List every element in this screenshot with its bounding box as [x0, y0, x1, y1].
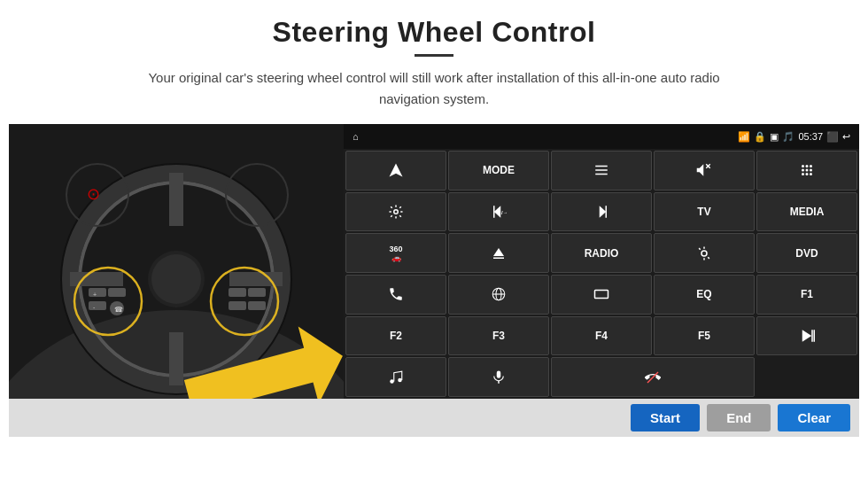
- btn-music[interactable]: [345, 357, 446, 397]
- svg-rect-15: [89, 301, 106, 310]
- svg-point-51: [701, 251, 707, 256]
- btn-eq[interactable]: EQ: [654, 275, 755, 315]
- btn-f3[interactable]: F3: [448, 316, 549, 356]
- btn-hangup[interactable]: [551, 357, 755, 397]
- svg-rect-23: [248, 301, 266, 310]
- svg-marker-60: [802, 330, 812, 342]
- svg-marker-31: [697, 165, 704, 177]
- page-title: Steering Wheel Control: [273, 16, 596, 49]
- btn-internet[interactable]: [448, 275, 549, 315]
- svg-rect-61: [811, 330, 813, 342]
- svg-marker-44: [494, 206, 501, 218]
- btn-mic[interactable]: [448, 357, 549, 397]
- clear-button[interactable]: Clear: [778, 404, 850, 431]
- svg-point-41: [806, 173, 809, 175]
- svg-rect-28: [595, 166, 608, 167]
- svg-rect-30: [595, 174, 608, 175]
- svg-marker-49: [493, 248, 504, 256]
- svg-rect-21: [248, 288, 266, 297]
- content-row: + - ☎ ⊙: [9, 124, 859, 399]
- svg-point-36: [810, 165, 812, 167]
- wifi-icon: 📶: [738, 131, 750, 143]
- svg-point-38: [806, 169, 809, 172]
- head-unit: ⌂ 📶 🔒 ▣ 🎵 05:37 ⬛ ↩ MODE: [344, 124, 859, 399]
- btn-phone[interactable]: [345, 275, 446, 315]
- page: Steering Wheel Control Your original car…: [0, 0, 868, 482]
- button-grid: MODE /→ TV: [344, 149, 859, 399]
- title-divider: [415, 54, 453, 57]
- svg-marker-47: [600, 206, 607, 218]
- btn-eject[interactable]: [448, 233, 549, 273]
- screen-icon: ⬛: [826, 131, 839, 143]
- btn-tv[interactable]: TV: [654, 192, 755, 232]
- svg-rect-20: [229, 288, 246, 297]
- btn-apps[interactable]: [756, 151, 857, 190]
- svg-rect-50: [493, 257, 504, 259]
- btn-f5[interactable]: F5: [654, 316, 755, 356]
- svg-rect-65: [497, 370, 501, 377]
- btn-settings[interactable]: [345, 192, 446, 232]
- btn-list[interactable]: [551, 151, 652, 190]
- status-bar: ⌂ 📶 🔒 ▣ 🎵 05:37 ⬛ ↩: [344, 124, 859, 149]
- svg-point-39: [810, 169, 812, 172]
- btn-mode[interactable]: MODE: [448, 151, 549, 190]
- btn-nav[interactable]: [345, 151, 446, 190]
- svg-text:/→: /→: [501, 210, 507, 215]
- svg-point-42: [810, 173, 812, 175]
- status-right: 📶 🔒 ▣ 🎵 05:37 ⬛ ↩: [738, 131, 850, 143]
- home-icon: ⌂: [353, 131, 359, 142]
- btn-next[interactable]: [551, 192, 652, 232]
- bottom-bar: Start End Clear: [9, 399, 859, 437]
- btn-mute[interactable]: [654, 151, 755, 190]
- btn-f2[interactable]: F2: [345, 316, 446, 356]
- svg-point-35: [806, 165, 809, 167]
- svg-point-64: [398, 377, 402, 382]
- svg-rect-48: [606, 206, 608, 218]
- end-button[interactable]: End: [707, 404, 771, 431]
- svg-point-63: [390, 379, 394, 384]
- btn-radio[interactable]: RADIO: [551, 233, 652, 273]
- car-image: + - ☎ ⊙: [9, 124, 344, 399]
- back-icon: ↩: [842, 131, 850, 143]
- status-left: ⌂: [353, 131, 359, 142]
- btn-prev[interactable]: /→: [448, 192, 549, 232]
- svg-rect-62: [814, 330, 816, 342]
- svg-point-40: [802, 173, 804, 175]
- svg-rect-45: [493, 206, 495, 218]
- bt-icon: 🎵: [782, 131, 794, 143]
- btn-media[interactable]: MEDIA: [756, 192, 857, 232]
- svg-text:+: +: [93, 292, 97, 298]
- btn-playpause[interactable]: [756, 316, 857, 356]
- svg-text:☎: ☎: [114, 306, 123, 314]
- svg-point-43: [394, 210, 399, 214]
- svg-rect-59: [595, 291, 608, 299]
- status-time: 05:37: [798, 131, 823, 142]
- start-button[interactable]: Start: [631, 404, 700, 431]
- page-subtitle: Your original car's steering wheel contr…: [133, 67, 735, 110]
- svg-rect-22: [229, 301, 246, 310]
- svg-line-55: [708, 257, 709, 259]
- svg-rect-29: [595, 170, 608, 172]
- svg-point-10: [151, 254, 201, 304]
- btn-brightness[interactable]: [654, 233, 755, 273]
- btn-360cam[interactable]: 360🚗: [345, 233, 446, 273]
- btn-f1[interactable]: F1: [756, 275, 857, 315]
- sd-icon: ▣: [770, 131, 779, 143]
- btn-dvd[interactable]: DVD: [756, 233, 857, 273]
- svg-rect-13: [89, 288, 106, 297]
- svg-line-54: [699, 248, 701, 250]
- svg-text:⊙: ⊙: [87, 185, 100, 203]
- btn-f4[interactable]: F4: [551, 316, 652, 356]
- btn-screen[interactable]: [551, 275, 652, 315]
- svg-rect-17: [108, 288, 126, 297]
- lock-icon: 🔒: [754, 131, 766, 143]
- svg-point-37: [802, 169, 804, 172]
- svg-point-34: [802, 165, 804, 167]
